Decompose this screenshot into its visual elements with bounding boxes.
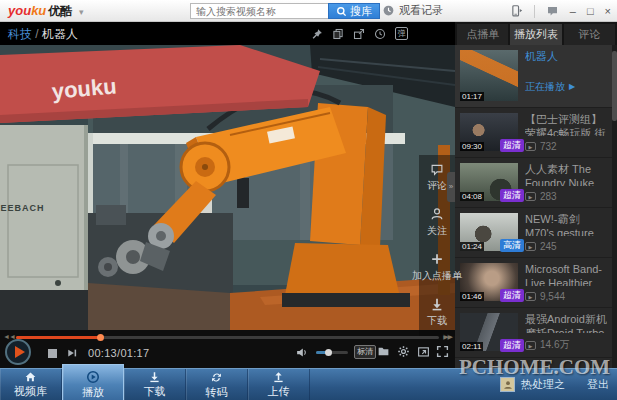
follow-button[interactable]: 关注 [427, 207, 447, 238]
video-title[interactable]: 最强Android新机 摩托Droid Turbo上手体验 [525, 313, 607, 333]
close-button[interactable]: × [605, 6, 611, 17]
video-thumbnail: 01:24 高清 [460, 213, 518, 251]
panel-scrollbar[interactable] [612, 45, 617, 368]
titlebar[interactable]: youku优酷 ▾ 搜库 观看记录 [0, 0, 617, 22]
minimize-button[interactable]: – [570, 6, 576, 17]
volume-handle[interactable] [325, 349, 332, 356]
history-icon[interactable] [374, 28, 386, 40]
list-item[interactable]: 01:17 机器人 正在播放 ▶ [455, 45, 617, 108]
danmaku-icon[interactable]: 弹 [395, 27, 408, 40]
video-title[interactable]: Microsoft Band- Live Healthier [525, 263, 607, 286]
list-item[interactable]: 01:46 超清 Microsoft Band- Live Healthier … [455, 258, 617, 308]
feedback-icon[interactable] [546, 5, 559, 17]
scrollbar-thumb[interactable] [612, 51, 617, 121]
tab-playlist[interactable]: 播放列表 [510, 24, 561, 45]
volume-icon[interactable] [295, 346, 309, 359]
duration-badge: 01:17 [460, 92, 484, 101]
fullscreen-button[interactable] [436, 345, 449, 358]
quality-button[interactable]: 标清 [354, 345, 376, 359]
duration-badge: 01:24 [460, 242, 484, 251]
video-frame[interactable]: youku ZEEBACH 评论 关注 [0, 45, 455, 330]
divider [534, 5, 535, 18]
video-header: 科技 / 机器人 弹 [0, 22, 455, 45]
time-display: 00:13/01:17 [88, 347, 149, 359]
folder-button[interactable] [377, 345, 390, 357]
tab-upload[interactable]: 上传 [248, 369, 310, 400]
watch-history-button[interactable]: 观看记录 [382, 3, 443, 18]
share-icon[interactable] [353, 28, 365, 40]
add-to-playlist-label: 加入点播单 [412, 269, 462, 283]
view-count: ▶ 283 [525, 191, 607, 202]
duration-badge: 02:11 [460, 342, 483, 351]
playing-icon: ▶ [569, 82, 575, 91]
youku-logo[interactable]: youku优酷 ▾ [8, 3, 83, 20]
stop-button[interactable] [48, 349, 57, 358]
video-title[interactable]: 【巴士评测组】荣耀4c畅玩版 街头路人实际体验专访 [525, 113, 607, 136]
breadcrumb-separator: / [35, 27, 38, 41]
list-item[interactable]: 04:08 超清 人人素材 The Foundry Nuke Studio 9.… [455, 158, 617, 208]
tab-download[interactable]: 下载 [124, 369, 186, 400]
search-input[interactable] [190, 3, 328, 19]
list-item[interactable]: 02:11 超清 最强Android新机 摩托Droid Turbo上手体验 ▶… [455, 308, 617, 358]
volume-slider[interactable] [316, 351, 348, 354]
tab-transcode[interactable]: 转码 [186, 369, 248, 400]
watch-history-label: 观看记录 [399, 3, 443, 18]
follow-label: 关注 [427, 224, 447, 238]
username[interactable]: 热处理之 [521, 377, 565, 392]
duration-badge: 09:30 [460, 142, 484, 151]
play-icon [15, 346, 25, 358]
tab-label: 下载 [144, 384, 166, 399]
popout-button[interactable] [417, 345, 430, 358]
download-icon [430, 297, 444, 311]
next-button[interactable] [66, 347, 78, 359]
video-title[interactable]: NEW!-霸剑 M70's gesture control armband手势操… [525, 213, 607, 236]
tab-dianbodan[interactable]: 点播单 [457, 24, 508, 45]
play-button[interactable] [5, 339, 31, 365]
tab-play[interactable]: 播放 [62, 364, 124, 400]
search-button[interactable]: 搜库 [328, 3, 380, 19]
video-thumbnail: 01:46 超清 [460, 263, 518, 301]
plus-icon [430, 252, 444, 266]
search-area: 搜库 [190, 3, 380, 19]
play-count-icon: ▶ [525, 341, 536, 350]
playlist-panel: 01:17 机器人 正在播放 ▶ 09:30 超清 【巴士评测组】荣耀4c畅玩版… [455, 45, 617, 368]
add-to-playlist-button[interactable]: 加入点播单 [412, 252, 462, 283]
chevron-down-icon[interactable]: ▾ [79, 7, 84, 17]
comment-label: 评论 [427, 179, 447, 193]
view-count: ▶ 14.6万 [525, 338, 607, 352]
view-count: ▶ 732 [525, 141, 607, 152]
tab-comments[interactable]: 评论 [564, 24, 615, 45]
maximize-button[interactable]: □ [587, 6, 594, 17]
list-item[interactable]: 09:30 超清 【巴士评测组】荣耀4c畅玩版 街头路人实际体验专访 ▶ 732 [455, 108, 617, 158]
progress-bar[interactable] [16, 336, 439, 339]
phone-sync-icon[interactable] [510, 4, 523, 18]
view-count: ▶ 245 [525, 241, 607, 252]
quality-badge: 超清 [500, 189, 524, 202]
tab-video-library[interactable]: 视频库 [0, 369, 62, 400]
app-window: youku优酷 ▾ 搜库 观看记录 [0, 0, 617, 400]
progress-handle[interactable] [97, 334, 104, 341]
logo-cn: 优酷 [48, 4, 72, 18]
logout-button[interactable]: 登出 [587, 377, 609, 392]
copy-icon[interactable] [332, 28, 344, 40]
tab-label: 上传 [268, 384, 290, 399]
video-title[interactable]: 机器人 [525, 50, 607, 64]
panel-collapse-handle[interactable]: » [447, 172, 455, 202]
clock-icon [382, 4, 395, 17]
breadcrumb-category[interactable]: 科技 [8, 27, 32, 41]
quality-badge: 超清 [500, 289, 524, 302]
player-controls: ◄◄ ▶▶ 00:13/01:17 标清 [0, 330, 455, 368]
video-title[interactable]: 人人素材 The Foundry Nuke Studio 9.0 v1 Win … [525, 163, 607, 186]
video-thumbnail: 02:11 超清 [460, 313, 518, 351]
list-item[interactable]: 01:24 高清 NEW!-霸剑 M70's gesture control a… [455, 208, 617, 258]
comment-button[interactable]: 评论 [427, 163, 447, 193]
view-count: ▶ 9,544 [525, 291, 607, 302]
video-thumbnail: 04:08 超清 [460, 163, 518, 201]
logo-you: you [8, 3, 31, 18]
avatar[interactable] [500, 377, 515, 392]
pin-icon[interactable] [311, 28, 323, 40]
play-circle-icon [86, 370, 100, 384]
download-button[interactable]: 下载 [427, 297, 447, 328]
person-icon [430, 207, 444, 221]
settings-button[interactable] [397, 345, 410, 358]
